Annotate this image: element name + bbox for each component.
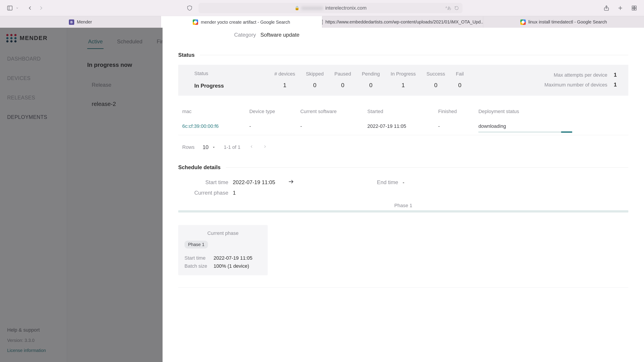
phase-bar-label: Phase 1 [178, 203, 628, 209]
pagination-range: 1-1 of 1 [224, 144, 240, 150]
count-header: Pending [362, 71, 380, 77]
count-value: 0 [306, 82, 324, 89]
arrow-right-icon [288, 179, 294, 186]
browser-tab[interactable]: B Mender [0, 16, 161, 28]
tab-overview-icon[interactable] [630, 3, 639, 12]
col-header-device-type[interactable]: Device type [245, 106, 296, 117]
count-header: Paused [334, 71, 351, 77]
count-header: # devices [274, 71, 295, 77]
start-time-value: 2022-07-19 11:05 [233, 179, 275, 185]
browser-tabbar: B Mender mender yocto create artifact - … [0, 16, 644, 28]
deployment-progress-bar [478, 131, 572, 133]
svg-rect-8 [634, 8, 636, 10]
count-value: 0 [456, 82, 464, 89]
end-time-value: - [403, 179, 404, 185]
status-section-title: Status [178, 52, 194, 58]
section-divider [200, 55, 628, 55]
device-mac-link[interactable]: 6c:cf:39:00:00:f6 [182, 123, 219, 129]
cell-current-software: - [296, 117, 363, 135]
phase-batch-value: 100% (1 device) [214, 263, 249, 269]
count-header: Success [426, 71, 445, 77]
schedule-section-title: Schedule details [178, 164, 220, 170]
pagination: Rows 10 1-1 of 1 [178, 144, 628, 150]
address-bar[interactable]: 🔒 xxxxxxxx interelectronix.com ᴬあ [198, 3, 462, 13]
count-value: 0 [334, 82, 351, 89]
col-header-started[interactable]: Started [363, 106, 434, 117]
deployment-detail-panel: Category Software update Status Status I… [162, 28, 644, 362]
tab-label: https://www.embeddedartists.com/wp-conte… [325, 19, 483, 24]
phase-chip: Phase 1 [184, 241, 208, 249]
pagination-next-button[interactable] [263, 144, 267, 150]
count-value: 0 [362, 82, 380, 89]
browser-tab[interactable]: linux install timedatectl - Google Searc… [483, 16, 644, 28]
svg-rect-6 [634, 6, 636, 7]
pagination-prev-button[interactable] [249, 144, 254, 150]
phase-progress-track [178, 210, 628, 213]
devices-table: mac Device type Current software Started… [178, 106, 628, 135]
category-label: Category [234, 32, 256, 38]
start-time-label: Start time [179, 179, 228, 185]
address-blur: xxxxxxxx [302, 5, 323, 11]
svg-rect-0 [8, 6, 12, 10]
translate-icon[interactable]: ᴬあ [446, 5, 451, 11]
current-phase-value: 1 [233, 190, 236, 196]
svg-rect-5 [632, 6, 634, 7]
count-value: 0 [426, 82, 445, 89]
svg-rect-7 [632, 8, 634, 10]
cell-deployment-status: downloading [474, 117, 628, 135]
nav-forward-button[interactable] [37, 3, 46, 12]
favicon-icon: E [322, 19, 323, 25]
table-header-row: mac Device type Current software Started… [178, 106, 628, 117]
lock-icon: 🔒 [294, 5, 300, 10]
end-time-label: End time [365, 179, 398, 185]
count-header: Skipped [306, 71, 324, 77]
count-header: In Progress [391, 71, 416, 77]
tab-label: mender yocto create artifact - Google Se… [201, 20, 290, 25]
favicon-icon [193, 19, 198, 25]
stat-label: Maximum number of devices [544, 82, 607, 88]
category-value: Software update [260, 32, 300, 38]
table-row[interactable]: 6c:cf:39:00:00:f6 - - 2022-07-19 11:05 -… [178, 117, 628, 135]
col-header-current-software[interactable]: Current software [296, 106, 363, 117]
favicon-icon: B [69, 19, 74, 25]
cell-started: 2022-07-19 11:05 [363, 117, 434, 135]
count-value: 1 [391, 82, 416, 89]
section-divider [226, 167, 628, 168]
cell-finished: - [434, 117, 474, 135]
browser-toolbar: 🔒 xxxxxxxx interelectronix.com ᴬあ [0, 0, 644, 16]
rows-label: Rows [182, 144, 194, 150]
address-domain: interelectronix.com [325, 5, 367, 11]
col-header-deployment-status[interactable]: Deployment status [474, 106, 628, 117]
count-header: Fail [456, 71, 464, 77]
current-phase-card: Current phase Phase 1 Start time 2022-07… [178, 225, 268, 275]
sidebar-toggle[interactable] [5, 3, 19, 12]
reload-icon[interactable] [454, 6, 459, 10]
browser-tab[interactable]: E https://www.embeddedartists.com/wp-con… [322, 16, 483, 28]
phase-batch-label: Batch size [184, 263, 209, 269]
tab-label: Mender [77, 19, 92, 24]
status-value: In Progress [194, 83, 252, 89]
tab-label: linux install timedatectl - Google Searc… [528, 19, 607, 24]
phase-card-title: Current phase [184, 230, 262, 236]
stat-value: 1 [612, 72, 617, 78]
deployment-status-text: downloading [478, 123, 506, 129]
current-phase-label: Current phase [179, 190, 228, 196]
nav-back-button[interactable] [26, 3, 34, 12]
status-summary-box: Status In Progress # devices Skipped Pau… [178, 65, 628, 96]
cell-device-type: - [245, 117, 296, 135]
phase-start-label: Start time [184, 255, 209, 261]
phase-start-value: 2022-07-19 11:05 [214, 255, 252, 261]
privacy-shield-icon[interactable] [185, 3, 194, 12]
browser-tab[interactable]: mender yocto create artifact - Google Se… [161, 16, 322, 28]
stat-label: Max attempts per device [554, 72, 607, 78]
share-icon[interactable] [602, 3, 611, 12]
col-header-finished[interactable]: Finished [434, 106, 474, 117]
count-value: 1 [274, 82, 295, 89]
new-tab-icon[interactable] [616, 3, 625, 12]
rows-per-page-select[interactable]: 10 [202, 144, 216, 150]
col-header-mac[interactable]: mac [178, 106, 245, 117]
panel-divider [178, 287, 628, 288]
status-label: Status [194, 71, 252, 76]
stat-value: 1 [612, 81, 617, 88]
favicon-icon [520, 19, 526, 25]
